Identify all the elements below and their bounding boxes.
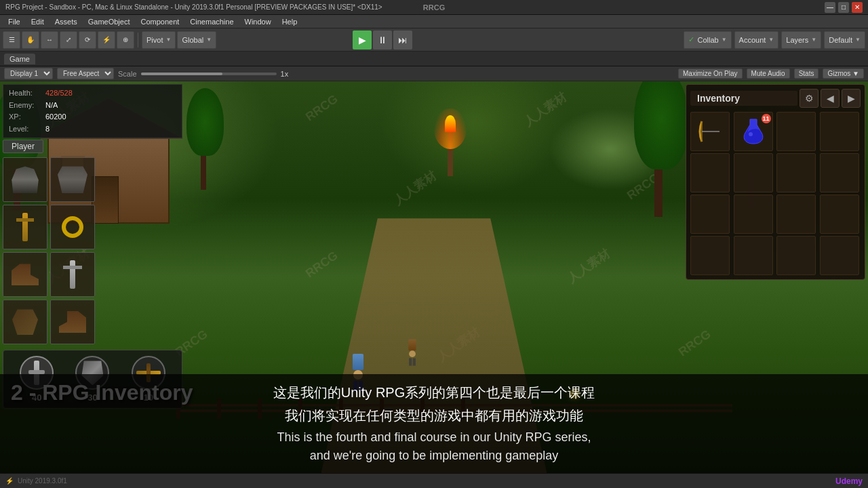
account-label: Account xyxy=(739,36,766,44)
inventory-prev-btn[interactable]: ◀ xyxy=(821,89,840,108)
inv-right-slot-12[interactable] xyxy=(690,236,730,275)
inv-right-slot-11[interactable] xyxy=(820,195,859,234)
subtitle-en1: This is the fourth and final course in o… xyxy=(14,428,854,447)
toolbar-rotate[interactable]: ⤢ xyxy=(60,31,77,49)
pivot-dropdown[interactable]: Pivot ▼ xyxy=(142,31,176,49)
health-label: Health: xyxy=(9,87,43,100)
game-tab[interactable]: Game xyxy=(4,54,35,64)
inventory-settings-btn[interactable]: ⚙ xyxy=(800,89,818,108)
inventory-grid-left xyxy=(3,157,182,344)
inv-right-slot-2[interactable] xyxy=(776,112,816,151)
account-arrow: ▼ xyxy=(768,37,774,43)
status-bar: ⚡ Unity 2019.3.0f1 Udemy xyxy=(0,473,868,488)
toolbar-rect[interactable]: ⚡ xyxy=(98,31,115,49)
stats-btn[interactable]: Stats xyxy=(794,68,819,79)
enemy-label: Enemy: xyxy=(9,100,43,112)
collab-checkmark: ✓ xyxy=(688,35,694,44)
close-button[interactable]: ✕ xyxy=(852,2,863,13)
potion-icon xyxy=(741,118,766,145)
global-label: Global xyxy=(182,36,203,44)
tree-left-2 xyxy=(190,81,217,190)
layers-dropdown[interactable]: Layers ▼ xyxy=(781,31,821,49)
inv-right-slot-13[interactable] xyxy=(734,236,773,275)
inventory-header: Inventory ⚙ ◀ ▶ xyxy=(690,89,861,108)
inv-right-slot-9[interactable] xyxy=(734,195,773,234)
mute-audio-btn[interactable]: Mute Audio xyxy=(747,68,790,79)
toolbar-scale[interactable]: ⟳ xyxy=(79,31,96,49)
status-right: Udemy xyxy=(835,476,863,486)
inv-slot-left-7[interactable] xyxy=(3,300,47,344)
inv-right-slot-1[interactable]: 11 xyxy=(734,112,773,151)
global-arrow: ▼ xyxy=(206,37,212,43)
level-value: 8 xyxy=(45,123,50,136)
title-bar-text: RPG Project - Sandbox - PC, Mac & Linux … xyxy=(5,3,382,11)
title-bar-watermark: RRCG xyxy=(423,3,445,12)
play-button[interactable]: ▶ xyxy=(353,30,372,49)
scale-bar[interactable] xyxy=(141,73,277,75)
inv-right-slot-15[interactable] xyxy=(820,236,859,275)
xp-value: 60200 xyxy=(45,111,66,123)
minimize-button[interactable]: — xyxy=(825,2,835,13)
enemy-value: N/A xyxy=(45,100,58,112)
inv-right-slot-4[interactable] xyxy=(690,153,730,192)
npc-character xyxy=(408,339,416,365)
toolbar-transform[interactable]: ⊕ xyxy=(117,31,134,49)
inv-right-slot-6[interactable] xyxy=(776,153,816,192)
inv-slot-left-6[interactable] xyxy=(50,252,95,297)
inv-right-slot-14[interactable] xyxy=(776,236,816,275)
main-content: 人人素材 RRCG 人人素材 RRCG 人人素材 RRCG 人人素材 RRCG … xyxy=(0,81,868,473)
inventory-panel: Inventory ⚙ ◀ ▶ xyxy=(686,84,865,280)
menu-assets[interactable]: Assets xyxy=(50,15,83,28)
game-viewport[interactable]: 人人素材 RRCG 人人素材 RRCG 人人素材 RRCG 人人素材 RRCG … xyxy=(0,81,868,473)
menu-bar: File Edit Assets GameObject Component Ci… xyxy=(0,15,868,28)
menu-component[interactable]: Component xyxy=(135,15,184,28)
menu-cinemachine[interactable]: Cinemachine xyxy=(184,15,239,28)
subtitle-en2: and we're going to be implementing gamep… xyxy=(14,447,854,465)
menu-edit[interactable]: Edit xyxy=(26,15,50,28)
window-controls: — □ ✕ xyxy=(825,2,863,13)
inv-slot-left-3[interactable] xyxy=(3,205,47,249)
inventory-next-btn[interactable]: ▶ xyxy=(842,89,861,108)
inv-right-slot-7[interactable] xyxy=(820,153,859,192)
gizmos-btn[interactable]: Gizmos ▼ xyxy=(823,68,864,79)
global-dropdown[interactable]: Global ▼ xyxy=(177,31,216,49)
inv-right-slot-3[interactable] xyxy=(820,112,859,151)
inv-slot-left-4[interactable] xyxy=(50,205,95,249)
toolbar-move[interactable]: ↔ xyxy=(41,31,58,49)
menu-gameobject[interactable]: GameObject xyxy=(83,15,136,28)
pause-button[interactable]: ⏸ xyxy=(373,30,392,49)
health-value: 428/528 xyxy=(45,87,73,100)
collab-dropdown[interactable]: ✓ Collab ▼ xyxy=(684,31,731,49)
toolbar-pan[interactable]: ✋ xyxy=(22,31,39,49)
step-button[interactable]: ⏭ xyxy=(393,30,412,49)
account-dropdown[interactable]: Account ▼ xyxy=(734,31,779,49)
menu-file[interactable]: File xyxy=(3,15,26,28)
toolbar-hand[interactable]: ☰ xyxy=(3,31,20,49)
inv-right-slot-0[interactable] xyxy=(690,112,730,151)
layers-arrow: ▼ xyxy=(811,37,816,43)
inv-slot-left-2[interactable] xyxy=(50,157,95,202)
inv-right-slot-8[interactable] xyxy=(690,195,730,234)
default-arrow: ▼ xyxy=(855,37,861,43)
layers-label: Layers xyxy=(786,36,808,44)
maximize-on-play-btn[interactable]: Maximize On Play xyxy=(678,68,743,79)
svg-point-2 xyxy=(749,132,753,136)
game-view-bar: Game xyxy=(0,52,868,66)
game-tab-label: Game xyxy=(9,55,30,63)
menu-help[interactable]: Help xyxy=(277,15,303,28)
default-dropdown[interactable]: Default ▼ xyxy=(824,31,865,49)
inv-right-slot-10[interactable] xyxy=(776,195,816,234)
display-select[interactable]: Display 1 xyxy=(4,68,53,79)
maximize-button[interactable]: □ xyxy=(838,2,849,13)
inv-slot-left-5[interactable] xyxy=(3,252,47,297)
inv-slot-left-8[interactable] xyxy=(50,300,95,344)
inv-right-slot-5[interactable] xyxy=(734,153,773,192)
title-bar: RPG Project - Sandbox - PC, Mac & Linux … xyxy=(0,0,868,15)
inventory-title: Inventory xyxy=(690,91,797,106)
aspect-select[interactable]: Free Aspect xyxy=(57,68,114,79)
inv-slot-left-1[interactable] xyxy=(3,157,47,202)
right-toolbar: ✓ Collab ▼ Account ▼ Layers ▼ Default ▼ xyxy=(684,31,865,49)
subtitles: 这是我们的Unity RPG系列的第四个也是最后一个课程 我们将实现在任何类型的… xyxy=(0,374,868,473)
menu-window[interactable]: Window xyxy=(239,15,277,28)
scene-torch xyxy=(448,122,453,176)
